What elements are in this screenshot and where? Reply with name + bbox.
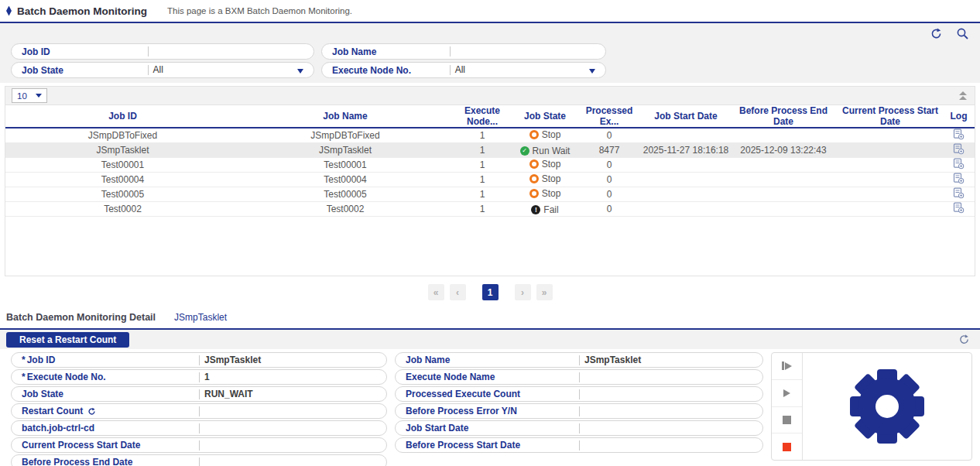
cell-job-id: Test00005 bbox=[5, 187, 240, 202]
reset-restart-count-button[interactable]: Reset a Restart Count bbox=[6, 332, 129, 348]
job-state-text: Fail bbox=[543, 204, 558, 215]
field-job-name[interactable]: Job Name JSmpTasklet bbox=[395, 352, 763, 368]
col-job-state[interactable]: Job State bbox=[514, 105, 576, 128]
view-log-button[interactable] bbox=[953, 202, 965, 214]
col-log[interactable]: Log bbox=[943, 105, 975, 128]
field-label: Job Name bbox=[406, 355, 450, 365]
execute-node-select[interactable]: Execute Node No. All bbox=[321, 62, 606, 78]
chevron-down-icon[interactable] bbox=[589, 69, 595, 74]
field-value bbox=[579, 440, 762, 451]
prev-page-button[interactable]: ‹ bbox=[450, 284, 466, 300]
field-label: Job Start Date bbox=[406, 423, 468, 433]
cell-job-name: JSmpDBToFixed bbox=[240, 128, 451, 143]
collapse-grid-icon[interactable] bbox=[959, 91, 967, 100]
table-row[interactable]: Test00005 Test00005 1 Stop 0 bbox=[5, 187, 975, 202]
cell-processed: 0 bbox=[576, 173, 642, 187]
view-log-button[interactable] bbox=[953, 173, 965, 184]
detail-title: Batch Daemon Monitoring Detail bbox=[6, 312, 156, 323]
cell-current-process-start-date bbox=[838, 143, 943, 158]
cell-job-id: Test0002 bbox=[5, 202, 240, 217]
field-job-start-date[interactable]: Job Start Date bbox=[395, 420, 763, 436]
job-state-select[interactable]: Job State All bbox=[11, 62, 314, 78]
col-before-process-end-date[interactable]: Before Process End Date bbox=[729, 105, 838, 128]
view-log-button[interactable] bbox=[953, 187, 965, 199]
last-page-button[interactable]: » bbox=[536, 284, 553, 300]
field-current-process-start-date[interactable]: Current Process Start Date bbox=[11, 437, 387, 453]
job-name-field[interactable]: Job Name bbox=[321, 43, 606, 60]
next-page-button[interactable]: › bbox=[515, 284, 531, 300]
search-icon[interactable] bbox=[955, 26, 969, 40]
job-state-text: Stop bbox=[542, 173, 561, 184]
cell-log bbox=[943, 128, 975, 143]
field-execute-node-no[interactable]: Execute Node No. 1 bbox=[11, 369, 387, 385]
start-button[interactable] bbox=[772, 380, 802, 407]
cell-job-start-date bbox=[642, 158, 729, 173]
cell-job-start-date: 2025-11-27 18:16:18 bbox=[642, 143, 729, 158]
field-before-process-end-date[interactable]: Before Process End Date bbox=[11, 454, 387, 466]
daemon-control-panel bbox=[771, 352, 972, 461]
first-page-button[interactable]: « bbox=[428, 284, 444, 300]
table-row[interactable]: Test0002 Test0002 1 Fail 0 bbox=[5, 202, 975, 217]
detail-refresh-icon[interactable] bbox=[957, 333, 971, 347]
resume-button[interactable] bbox=[772, 353, 802, 380]
refresh-icon[interactable] bbox=[929, 26, 943, 40]
restart-count-refresh-icon[interactable] bbox=[87, 407, 96, 416]
col-execute-node[interactable]: Execute Node... bbox=[451, 105, 514, 128]
cell-before-process-end-date bbox=[729, 202, 838, 217]
stop-button[interactable] bbox=[772, 407, 802, 434]
view-log-button[interactable] bbox=[953, 128, 965, 140]
col-job-name[interactable]: Job Name bbox=[240, 105, 451, 128]
gear-icon bbox=[847, 366, 927, 447]
cell-processed: 0 bbox=[576, 187, 642, 202]
field-value bbox=[579, 389, 762, 399]
field-label: Job State bbox=[22, 389, 63, 399]
field-batch-job-ctrl-cd[interactable]: batch.job-ctrl-cd bbox=[11, 420, 387, 436]
job-state-icon bbox=[520, 146, 529, 156]
control-button-strip bbox=[772, 353, 803, 460]
col-job-id[interactable]: Job ID bbox=[5, 105, 240, 128]
cell-job-start-date bbox=[642, 128, 729, 143]
table-row[interactable]: JSmpDBToFixed JSmpDBToFixed 1 Stop 0 bbox=[5, 128, 975, 143]
table-header-row: Job ID Job Name Execute Node... Job Stat… bbox=[5, 105, 975, 128]
cell-job-id: JSmpDBToFixed bbox=[5, 128, 240, 143]
table-row[interactable]: Test00001 Test00001 1 Stop 0 bbox=[5, 158, 975, 173]
job-name-label: Job Name bbox=[322, 46, 450, 57]
job-state-value: All bbox=[148, 65, 314, 75]
cell-processed: 0 bbox=[576, 158, 642, 173]
col-job-start-date[interactable]: Job Start Date bbox=[642, 105, 729, 128]
field-before-process-start-date[interactable]: Before Process Start Date bbox=[395, 437, 763, 453]
cell-log bbox=[943, 158, 975, 173]
field-restart-count[interactable]: Restart Count bbox=[11, 403, 387, 419]
execute-node-label: Execute Node No. bbox=[322, 65, 450, 76]
col-current-process-start-date[interactable]: Current Process Start Date bbox=[838, 105, 943, 128]
job-state-text: Stop bbox=[542, 159, 561, 170]
field-value: JSmpTasklet bbox=[579, 355, 762, 365]
job-state-icon bbox=[529, 189, 539, 198]
cell-execute-node: 1 bbox=[451, 158, 514, 173]
field-label: Job ID bbox=[22, 355, 55, 365]
field-job-id[interactable]: Job ID JSmpTasklet bbox=[11, 352, 387, 368]
field-before-process-error-yn[interactable]: Before Process Error Y/N bbox=[395, 403, 763, 419]
page-header: Batch Daemon Monitoring This page is a B… bbox=[0, 0, 980, 22]
job-name-input[interactable] bbox=[450, 46, 605, 57]
table-row[interactable]: Test00004 Test00004 1 Stop 0 bbox=[5, 173, 975, 187]
force-stop-button[interactable] bbox=[772, 433, 802, 460]
play-icon bbox=[783, 389, 790, 397]
cell-before-process-end-date bbox=[729, 158, 838, 173]
field-value bbox=[199, 440, 386, 451]
job-id-field[interactable]: Job ID bbox=[11, 43, 314, 60]
page-size-select[interactable]: 10 bbox=[12, 88, 47, 103]
chevron-down-icon[interactable] bbox=[297, 69, 303, 74]
view-log-button[interactable] bbox=[953, 158, 965, 170]
table-row[interactable]: JSmpTasklet JSmpTasklet 1 Run Wait 8477 … bbox=[5, 143, 975, 158]
current-page-button[interactable]: 1 bbox=[482, 284, 499, 300]
cell-current-process-start-date bbox=[838, 128, 943, 143]
field-job-state[interactable]: Job State RUN_WAIT bbox=[11, 386, 387, 402]
view-log-button[interactable] bbox=[953, 143, 965, 155]
field-processed-execute-count[interactable]: Processed Execute Count bbox=[395, 386, 763, 402]
field-execute-node-name[interactable]: Execute Node Name bbox=[395, 369, 763, 385]
job-state-label: Job State bbox=[12, 65, 148, 76]
job-id-input[interactable] bbox=[148, 46, 314, 57]
col-processed[interactable]: Processed Ex... bbox=[576, 105, 642, 128]
page-title: Batch Daemon Monitoring bbox=[17, 5, 147, 17]
